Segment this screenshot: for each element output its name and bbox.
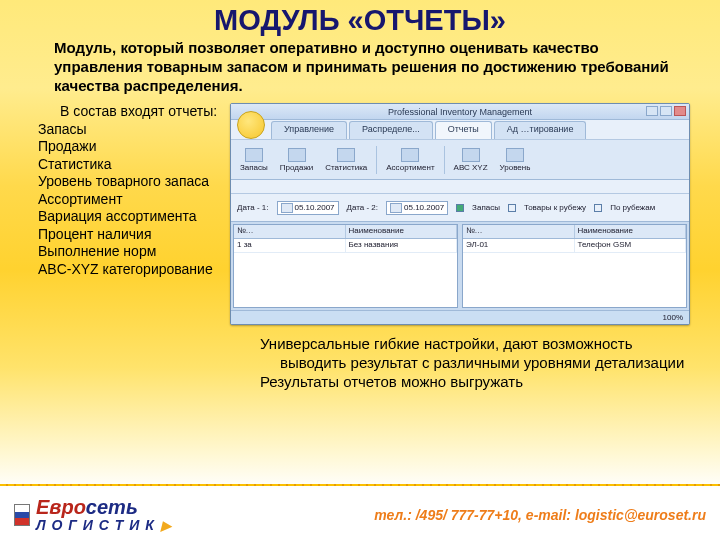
report-icon xyxy=(462,148,480,162)
date1-label: Дата - 1: xyxy=(237,203,269,212)
checkbox[interactable] xyxy=(508,204,516,212)
list-item: Уровень товарного запаса xyxy=(20,173,220,191)
list-item: Ассортимент xyxy=(20,191,220,209)
table-row[interactable]: ЭЛ-01Телефон GSM xyxy=(463,239,686,253)
maximize-icon[interactable] xyxy=(660,106,672,116)
toolbar-button[interactable]: Ассортимент xyxy=(383,147,437,173)
left-grid[interactable]: №…Наименование 1 заБез названия xyxy=(233,224,458,308)
toolbar-button[interactable]: Продажи xyxy=(277,147,316,173)
contact-info: тел.: /495/ 777-77+10, e-mail: logistic@… xyxy=(374,507,706,523)
slide-title: МОДУЛЬ «ОТЧЕТЫ» xyxy=(0,0,720,37)
bottom-text: Универсальные гибкие настройки, дают воз… xyxy=(230,325,700,391)
reports-list: В состав входят отчеты: Запасы Продажи С… xyxy=(20,103,220,391)
date2-input[interactable]: 05.10.2007 xyxy=(386,201,448,215)
list-item: Запасы xyxy=(20,121,220,139)
toolbar-button[interactable]: Статистика xyxy=(322,147,370,173)
tab-reports[interactable]: Отчеты xyxy=(435,121,492,139)
separator-line xyxy=(0,484,720,486)
toolbar-button[interactable]: Уровень xyxy=(497,147,534,173)
report-icon xyxy=(337,148,355,162)
list-item: Выполнение норм xyxy=(20,243,220,261)
bottom-p1: Универсальные гибкие настройки, дают воз… xyxy=(234,335,688,373)
toolbar-divider xyxy=(444,146,445,174)
app-screenshot: Professional Inventory Management Управл… xyxy=(230,103,690,325)
list-item: Процент наличия xyxy=(20,226,220,244)
bottom-p2: Результаты отчетов можно выгружать xyxy=(234,373,688,392)
window-title: Professional Inventory Management xyxy=(388,107,532,117)
slide-subtitle: Модуль, который позволяет оперативно и д… xyxy=(0,37,720,103)
window-titlebar: Professional Inventory Management xyxy=(231,104,689,120)
status-bar: 100% xyxy=(231,310,689,324)
tab-admin[interactable]: Ад …тирование xyxy=(494,121,587,139)
flag-icon xyxy=(14,504,30,526)
start-button[interactable] xyxy=(237,111,265,139)
list-item: Вариация ассортимента xyxy=(20,208,220,226)
reports-list-header: В состав входят отчеты: xyxy=(20,103,220,121)
date2-label: Дата - 2: xyxy=(347,203,379,212)
report-icon xyxy=(245,148,263,162)
zoom-level: 100% xyxy=(663,313,683,322)
toolbar-button[interactable]: Запасы xyxy=(237,147,271,173)
checkbox[interactable] xyxy=(456,204,464,212)
report-icon xyxy=(401,148,419,162)
right-grid[interactable]: №…Наименование ЭЛ-01Телефон GSM xyxy=(462,224,687,308)
arrow-icon: ▶ xyxy=(157,518,173,533)
list-item: ABC-XYZ категорирование xyxy=(20,261,220,279)
params-bar: Дата - 1: 05.10.2007 Дата - 2: 05.10.200… xyxy=(231,194,689,222)
list-item: Продажи xyxy=(20,138,220,156)
ribbon-toolbar: Запасы Продажи Статистика Ассортимент АВ… xyxy=(231,140,689,180)
tab-manage[interactable]: Управление xyxy=(271,121,347,139)
list-item: Статистика xyxy=(20,156,220,174)
footer: Евросеть Л О Г И С Т И К ▶ тел.: /495/ 7… xyxy=(0,490,720,540)
date1-input[interactable]: 05.10.2007 xyxy=(277,201,339,215)
report-icon xyxy=(288,148,306,162)
toolbar-divider xyxy=(376,146,377,174)
tab-distribute[interactable]: Распределе... xyxy=(349,121,433,139)
report-icon xyxy=(506,148,524,162)
table-row[interactable]: 1 заБез названия xyxy=(234,239,457,253)
sub-toolbar xyxy=(231,180,689,194)
close-icon[interactable] xyxy=(674,106,686,116)
checkbox[interactable] xyxy=(594,204,602,212)
toolbar-button[interactable]: АВС XYZ xyxy=(451,147,491,173)
brand-logo: Евросеть Л О Г И С Т И К ▶ xyxy=(14,498,172,533)
minimize-icon[interactable] xyxy=(646,106,658,116)
